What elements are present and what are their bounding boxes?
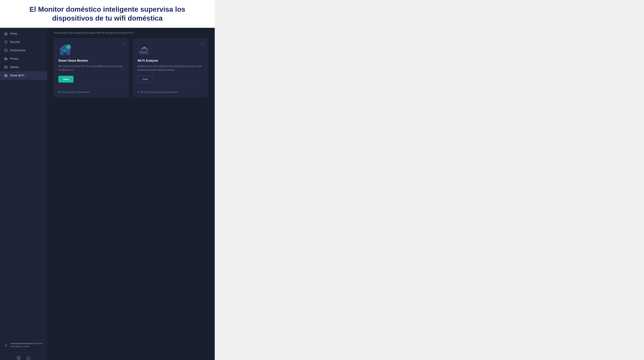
sidebar-footer xyxy=(0,353,47,360)
sidebar-item-home-wifi[interactable]: Home Wi-Fi xyxy=(0,71,47,80)
svg-point-15 xyxy=(144,47,145,48)
svg-rect-3 xyxy=(4,66,8,68)
smart-home-description: We check your home Wi-Fi for vulnerabili… xyxy=(58,64,124,72)
wifi-analyzer-card: ? xyxy=(133,38,208,97)
sidebar-item-security[interactable]: Security xyxy=(0,38,47,46)
banner-title: El Monitor doméstico inteligente supervi… xyxy=(10,5,205,23)
smart-home-status: 8 devices are on this network xyxy=(58,91,124,93)
subscription-bar-fill xyxy=(10,343,33,344)
sidebar-item-privacy-label: Privacy xyxy=(10,57,19,60)
svg-point-5 xyxy=(6,344,7,346)
home-wifi-icon xyxy=(4,74,8,77)
smart-home-title: Smart Home Monitor xyxy=(58,59,124,62)
sidebar-user-section: Subscription is active xyxy=(0,340,47,351)
subscription-status: Subscription is active xyxy=(10,345,29,348)
performance-icon xyxy=(4,49,8,52)
sidebar-item-performance[interactable]: Performance xyxy=(0,46,47,55)
cards-grid: ? xyxy=(54,38,208,97)
privacy-icon xyxy=(4,57,8,61)
user-info: Subscription is active xyxy=(10,343,43,348)
wifi-analyzer-title: Wi-Fi Analyzer xyxy=(138,59,203,62)
identity-icon xyxy=(4,65,8,69)
smart-home-view-button[interactable]: View xyxy=(58,76,74,83)
sidebar-item-home-wifi-label: Home Wi-Fi xyxy=(10,74,24,77)
sidebar-item-privacy[interactable]: Privacy xyxy=(0,55,47,63)
smart-home-monitor-card: ? xyxy=(54,38,129,97)
subscription-bar xyxy=(10,343,43,344)
sidebar: Home Security Performance xyxy=(0,28,47,360)
smart-home-illustration xyxy=(58,43,72,56)
top-banner: El Monitor doméstico inteligente supervi… xyxy=(0,0,215,28)
sidebar-item-identity-label: Identity xyxy=(10,66,19,69)
smart-home-help-icon[interactable]: ? xyxy=(122,41,126,45)
wifi-analyzer-view-button[interactable]: View xyxy=(138,76,153,83)
svg-point-4 xyxy=(5,67,6,67)
svg-rect-11 xyxy=(140,52,142,53)
page-subtitle: The security of your smart devices start… xyxy=(54,28,208,38)
sidebar-item-identity[interactable]: Identity xyxy=(0,63,47,71)
settings-button[interactable] xyxy=(16,356,21,360)
svg-rect-12 xyxy=(142,52,143,53)
svg-point-8 xyxy=(64,52,65,52)
sidebar-item-home[interactable]: Home xyxy=(0,29,47,38)
status-dot-inactive xyxy=(138,91,139,93)
wifi-analyzer-description: Enhance your Wi-Fi speed at home finding… xyxy=(138,64,203,72)
svg-rect-0 xyxy=(4,49,8,51)
app-container: Home Security Performance xyxy=(0,28,215,360)
user-avatar-icon xyxy=(4,343,8,348)
smart-home-status-text: 8 devices are on this network xyxy=(61,91,89,93)
wifi-analyzer-help-icon[interactable]: ? xyxy=(201,41,205,45)
svg-rect-7 xyxy=(64,52,67,55)
sidebar-item-security-label: Security xyxy=(10,40,20,43)
wifi-analyzer-status-text: Off. Your device does not support Wi-Fi xyxy=(140,91,178,93)
svg-rect-13 xyxy=(144,52,145,53)
support-button[interactable] xyxy=(26,356,31,360)
wifi-analyzer-illustration xyxy=(138,43,151,56)
sidebar-user: Subscription is active xyxy=(4,343,43,348)
sidebar-item-performance-label: Performance xyxy=(10,49,26,52)
status-dot-active xyxy=(58,91,60,93)
shield-icon xyxy=(4,40,8,44)
home-icon xyxy=(4,32,8,35)
wifi-analyzer-status: Off. Your device does not support Wi-Fi xyxy=(138,91,203,93)
sidebar-nav: Home Security Performance xyxy=(0,29,47,340)
main-content: The security of your smart devices start… xyxy=(47,28,215,360)
svg-point-6 xyxy=(18,358,19,359)
sidebar-item-home-label: Home xyxy=(10,32,17,35)
